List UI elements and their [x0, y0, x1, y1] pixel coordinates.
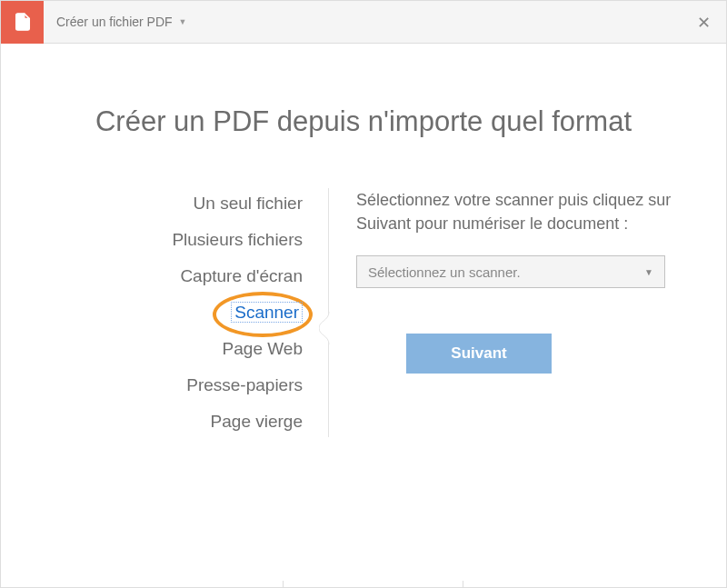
- vertical-divider: [328, 188, 329, 437]
- scanner-dropdown-placeholder: Sélectionnez un scanner.: [368, 264, 521, 280]
- titlebar-dropdown-label: Créer un fichier PDF: [56, 15, 173, 29]
- sidebar-item-single-file[interactable]: Un seul fichier: [194, 188, 303, 219]
- sidebar-item-multiple-files[interactable]: Plusieurs fichiers: [172, 224, 303, 255]
- chevron-down-icon: ▼: [644, 267, 653, 277]
- close-button[interactable]: ✕: [681, 1, 726, 44]
- right-panel: Sélectionnez votre scanner puis cliquez …: [329, 188, 681, 437]
- chevron-down-icon: ▼: [179, 17, 187, 26]
- titlebar: Créer un fichier PDF ▼ ✕: [1, 1, 726, 44]
- sidebar-item-blank-page[interactable]: Page vierge: [211, 406, 303, 437]
- app-icon: [1, 1, 44, 44]
- file-pdf-icon: [13, 12, 33, 32]
- bottom-rulers: [0, 581, 727, 588]
- scanner-dropdown[interactable]: Sélectionnez un scanner. ▼: [356, 255, 665, 288]
- sidebar: Un seul fichier Plusieurs fichiers Captu…: [46, 188, 328, 437]
- sidebar-item-webpage[interactable]: Page Web: [223, 334, 303, 364]
- sidebar-item-screenshot[interactable]: Capture d'écran: [180, 261, 303, 292]
- sidebar-item-scanner-label: Scanner: [231, 302, 303, 323]
- close-icon: ✕: [697, 13, 711, 33]
- sidebar-item-scanner[interactable]: Scanner: [231, 297, 303, 328]
- next-button[interactable]: Suivant: [406, 334, 552, 374]
- titlebar-dropdown[interactable]: Créer un fichier PDF ▼: [44, 15, 187, 29]
- page-title: Créer un PDF depuis n'importe quel forma…: [46, 105, 681, 138]
- panel-instructions: Sélectionnez votre scanner puis cliquez …: [356, 188, 681, 235]
- divider-notch: [319, 312, 337, 344]
- sidebar-item-clipboard[interactable]: Presse-papiers: [186, 370, 303, 401]
